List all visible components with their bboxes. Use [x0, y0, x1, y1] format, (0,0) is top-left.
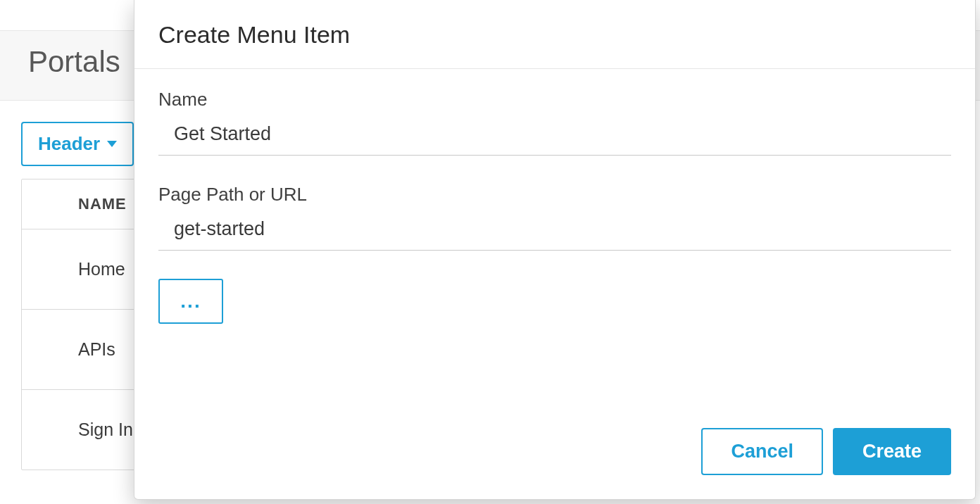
- modal-header: Create Menu Item: [134, 0, 975, 69]
- path-label: Page Path or URL: [158, 184, 951, 206]
- modal-footer: Cancel Create: [134, 418, 975, 499]
- create-menu-item-modal: Create Menu Item Name Page Path or URL .…: [134, 0, 976, 500]
- name-input[interactable]: [158, 116, 951, 156]
- cancel-button[interactable]: Cancel: [701, 428, 823, 475]
- name-field-group: Name: [158, 89, 951, 156]
- modal-title: Create Menu Item: [158, 21, 951, 49]
- header-dropdown[interactable]: Header: [21, 122, 134, 166]
- caret-down-icon: [107, 141, 117, 147]
- more-options-button[interactable]: ...: [158, 279, 223, 324]
- create-button[interactable]: Create: [833, 428, 951, 475]
- name-label: Name: [158, 89, 951, 111]
- header-dropdown-label: Header: [38, 133, 100, 155]
- path-input[interactable]: [158, 211, 951, 251]
- modal-body: Name Page Path or URL ...: [134, 69, 975, 418]
- path-field-group: Page Path or URL: [158, 184, 951, 251]
